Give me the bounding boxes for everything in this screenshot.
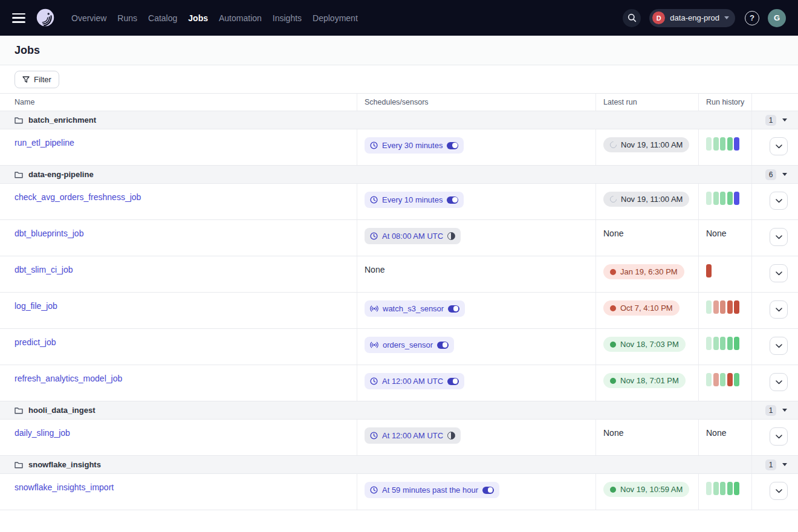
clock-icon: [370, 432, 378, 440]
failure-dot-icon: [610, 269, 616, 275]
schedule-pill-disabled[interactable]: At 12:00 AM UTC: [365, 427, 461, 444]
latest-run-time: Nov 18, 7:03 PM: [620, 340, 679, 349]
job-row-daily-sling: daily_sling_job At 12:00 AM UTC None Non…: [0, 420, 798, 456]
hamburger-menu-icon[interactable]: [12, 13, 25, 23]
schedule-pill[interactable]: At 59 minutes past the hour: [365, 482, 499, 498]
group-row-hooli-data-ingest[interactable]: hooli_data_ingest 1: [0, 401, 798, 420]
filter-button[interactable]: Filter: [15, 71, 59, 88]
group-row-data-eng-pipeline[interactable]: data-eng-pipeline 6: [0, 166, 798, 184]
job-link[interactable]: dbt_slim_ci_job: [15, 265, 73, 274]
sensor-pill[interactable]: watch_s3_sensor: [365, 300, 465, 317]
run-history-bars[interactable]: [706, 337, 739, 350]
question-mark-icon: ?: [750, 13, 754, 22]
deployment-name: data-eng-prod: [670, 13, 719, 22]
column-header-run-history: Run history: [698, 94, 751, 111]
schedule-label: At 08:00 AM UTC: [382, 232, 443, 241]
group-name: hooli_data_ingest: [28, 406, 96, 415]
success-dot-icon: [610, 342, 616, 348]
latest-run-time: Nov 18, 7:01 PM: [620, 376, 679, 385]
job-link[interactable]: daily_sling_job: [15, 428, 70, 438]
job-row-predict: predict_job orders_sensor Nov 18, 7:03 P…: [0, 329, 798, 365]
group-row-snowflake-insights[interactable]: snowflake_insights 1: [0, 456, 798, 474]
schedule-pill-disabled[interactable]: At 08:00 AM UTC: [365, 228, 461, 244]
schedule-pill[interactable]: Every 30 minutes: [365, 137, 464, 154]
folder-icon: [15, 461, 23, 469]
job-link[interactable]: snowflake_insights_import: [15, 482, 114, 492]
schedule-pill[interactable]: Every 10 minutes: [365, 192, 464, 208]
expand-row-button[interactable]: [770, 373, 788, 391]
job-link[interactable]: log_file_job: [15, 301, 57, 311]
user-avatar[interactable]: G: [768, 9, 786, 27]
toggle-on-icon[interactable]: [447, 378, 459, 385]
job-link[interactable]: predict_job: [15, 337, 56, 347]
column-header-actions: [751, 94, 798, 111]
deployment-switcher[interactable]: D data-eng-prod: [649, 9, 735, 27]
expand-row-button[interactable]: [770, 264, 788, 282]
nav-item-deployment[interactable]: Deployment: [313, 13, 358, 23]
latest-run-pill[interactable]: Nov 19, 11:00 AM: [603, 137, 689, 152]
sensor-signal-icon: [370, 341, 378, 349]
toggle-off-icon[interactable]: [447, 432, 455, 440]
latest-run-pill[interactable]: Nov 19, 11:00 AM: [603, 192, 689, 207]
toggle-on-icon[interactable]: [437, 342, 449, 349]
group-name: data-eng-pipeline: [28, 170, 94, 179]
search-button[interactable]: [623, 9, 641, 27]
nav-item-catalog[interactable]: Catalog: [148, 13, 177, 23]
toggle-off-icon[interactable]: [447, 232, 455, 240]
job-row-snowflake-insights-import: snowflake_insights_import At 59 minutes …: [0, 474, 798, 510]
run-history-bars[interactable]: [706, 264, 712, 277]
top-nav: Overview Runs Catalog Jobs Automation In…: [0, 0, 798, 36]
schedule-pill[interactable]: At 12:00 AM UTC: [365, 373, 464, 389]
expand-row-button[interactable]: [770, 482, 788, 500]
collapse-caret-icon[interactable]: [782, 409, 787, 412]
latest-run-none: None: [603, 428, 623, 438]
job-link[interactable]: dbt_blueprints_job: [15, 229, 83, 238]
job-row-refresh-analytics-model: refresh_analytics_model_job At 12:00 AM …: [0, 365, 798, 401]
expand-row-button[interactable]: [770, 427, 788, 446]
folder-icon: [15, 407, 23, 414]
column-header-latest-run: Latest run: [595, 94, 698, 111]
run-history-bars[interactable]: [706, 482, 739, 495]
run-history-bars[interactable]: [706, 137, 739, 151]
job-row-log-file: log_file_job watch_s3_sensor Oct 7, 4:10…: [0, 293, 798, 329]
expand-row-button[interactable]: [770, 228, 788, 246]
nav-item-automation[interactable]: Automation: [219, 13, 262, 23]
group-count-badge: 6: [765, 169, 776, 180]
sensor-pill[interactable]: orders_sensor: [365, 337, 454, 353]
latest-run-pill[interactable]: Nov 18, 7:01 PM: [603, 373, 686, 388]
job-link[interactable]: refresh_analytics_model_job: [15, 374, 122, 383]
collapse-caret-icon[interactable]: [782, 463, 787, 466]
page-title: Jobs: [15, 44, 40, 57]
help-button[interactable]: ?: [745, 11, 759, 25]
latest-run-pill[interactable]: Jan 19, 6:30 PM: [603, 264, 684, 279]
toggle-on-icon[interactable]: [447, 196, 458, 204]
latest-run-pill[interactable]: Nov 18, 7:03 PM: [603, 337, 686, 352]
collapse-caret-icon[interactable]: [782, 173, 787, 176]
job-row-dbt-blueprints: dbt_blueprints_job At 08:00 AM UTC None …: [0, 220, 798, 256]
collapse-caret-icon[interactable]: [782, 118, 787, 122]
nav-item-overview[interactable]: Overview: [71, 13, 106, 23]
run-in-progress-spinner-icon: [609, 195, 618, 204]
expand-row-button[interactable]: [770, 337, 788, 355]
dagster-logo-icon[interactable]: [34, 7, 57, 30]
nav-item-insights[interactable]: Insights: [273, 13, 302, 23]
toggle-on-icon[interactable]: [482, 487, 494, 494]
nav-item-runs[interactable]: Runs: [117, 13, 137, 23]
folder-icon: [15, 171, 23, 178]
group-row-batch-enrichment[interactable]: batch_enrichment 1: [0, 111, 798, 129]
expand-row-button[interactable]: [770, 192, 788, 210]
toggle-on-icon[interactable]: [447, 142, 458, 149]
expand-row-button[interactable]: [770, 300, 788, 319]
job-row-run-etl-pipeline: run_etl_pipeline Every 30 minutes Nov 19…: [0, 129, 798, 166]
expand-row-button[interactable]: [770, 137, 788, 155]
toggle-on-icon[interactable]: [448, 305, 459, 313]
jobs-table: Name Schedules/sensors Latest run Run hi…: [0, 94, 798, 510]
job-link[interactable]: check_avg_orders_freshness_job: [15, 192, 141, 202]
job-link[interactable]: run_etl_pipeline: [15, 138, 74, 148]
run-history-bars[interactable]: [706, 373, 739, 386]
run-history-bars[interactable]: [706, 192, 739, 205]
run-history-bars[interactable]: [706, 300, 739, 314]
latest-run-pill[interactable]: Nov 19, 10:59 AM: [603, 482, 689, 497]
latest-run-pill[interactable]: Oct 7, 4:10 PM: [603, 300, 680, 316]
nav-item-jobs[interactable]: Jobs: [188, 13, 208, 23]
